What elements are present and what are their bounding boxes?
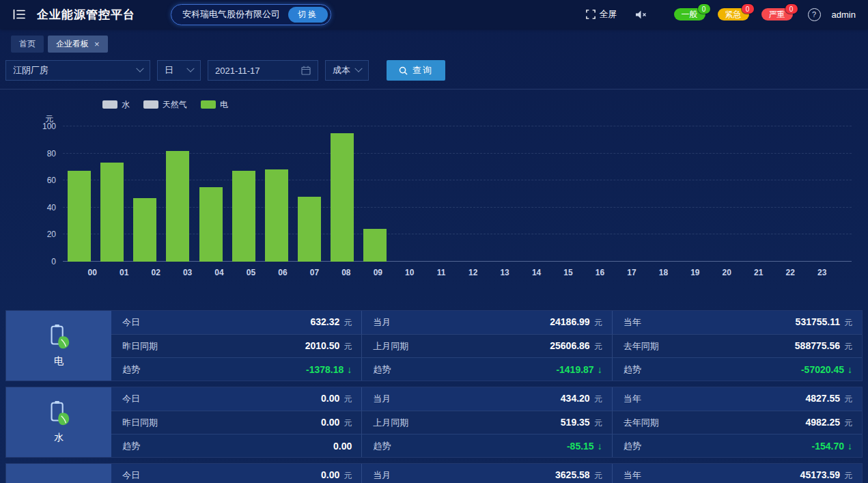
legend-label: 天然气 — [163, 99, 187, 111]
energy-cost-chart: 水天然气电 元 020406080100 0001020304050607080… — [14, 99, 854, 277]
x-tick-label: 00 — [76, 268, 108, 277]
bar-08 — [331, 133, 354, 262]
header-right: 全屏 一般0紧急0严重0 ? admin — [586, 8, 856, 21]
fullscreen-label: 全屏 — [600, 8, 617, 20]
tab-home[interactable]: 首页 — [11, 36, 44, 53]
stat-cell-value-wrap: 4827.55元 — [805, 393, 852, 405]
stat-cell: 当月434.20元 — [361, 387, 611, 411]
stat-cell-value: 434.20 — [561, 393, 590, 404]
stat-cell-value-wrap: 434.20元 — [561, 393, 602, 405]
unit-label: 元 — [344, 417, 352, 429]
stat-cell-value: -1378.18 — [306, 364, 344, 375]
stat-cell-value-wrap: 2010.50元 — [305, 340, 352, 353]
stat-cell-label: 趋势 — [373, 440, 391, 452]
stat-cell-value-wrap: 632.32元 — [311, 316, 352, 329]
legend-swatch — [102, 100, 117, 109]
trend-down-arrow-icon: ↓ — [347, 364, 352, 375]
stat-cell-label: 趋势 — [373, 363, 391, 376]
top-header: 企业能源管控平台 安科瑞电气股份有限公司 切换 全屏 一般0紧急0严重0 ? a… — [0, 0, 868, 29]
stat-cell: 昨日同期0.00元 — [111, 411, 361, 434]
alarm-button-critical[interactable]: 严重0 — [761, 8, 793, 20]
username[interactable]: admin — [832, 10, 856, 20]
stat-cell: 去年同期588775.56元 — [612, 334, 862, 357]
search-icon — [399, 66, 408, 75]
stat-cell-value-wrap: 4982.25元 — [805, 417, 852, 429]
bar-column-07 — [293, 126, 326, 262]
stat-cell-label: 上月同期 — [373, 340, 408, 353]
unit-label: 元 — [344, 394, 352, 405]
stat-cell-value-wrap: 0.00元 — [321, 469, 352, 482]
mute-icon[interactable] — [635, 10, 647, 20]
x-tick-label: 15 — [552, 268, 584, 277]
unit-label: 元 — [344, 317, 352, 329]
tab-dashboard[interactable]: 企业看板× — [48, 36, 108, 53]
stat-cell-value: 531755.11 — [796, 316, 840, 327]
bar-column-21 — [753, 126, 786, 262]
help-icon[interactable]: ? — [808, 8, 821, 21]
stat-cell-value: -154.70 — [812, 441, 844, 452]
plot-area: 020406080100 — [63, 126, 852, 262]
legend-item-电[interactable]: 电 — [201, 99, 228, 111]
stat-cell: 趋势-1378.18↓ — [111, 357, 361, 381]
stat-cell: 昨日同期2010.50元 — [111, 334, 361, 357]
stat-card-electricity: 电今日632.32元当月24186.99元当年531755.11元昨日同期201… — [5, 310, 863, 381]
date-picker[interactable]: 2021-11-17 — [208, 60, 318, 81]
app-root: 企业能源管控平台 安科瑞电气股份有限公司 切换 全屏 一般0紧急0严重0 ? a… — [0, 0, 868, 483]
chart-legend: 水天然气电 — [102, 99, 854, 110]
y-tick-label: 60 — [47, 176, 56, 185]
bar-column-08 — [326, 126, 359, 262]
stat-cell: 趋势-154.70↓ — [612, 434, 862, 457]
x-tick-label: 09 — [362, 268, 393, 277]
stat-cell-value: 0.00 — [321, 393, 339, 404]
alarm-count-badge: 0 — [742, 4, 754, 14]
unit-label: 元 — [594, 470, 602, 482]
stat-cell-value: 519.35 — [561, 417, 590, 428]
stat-cell-label: 当月 — [373, 393, 391, 405]
x-tick-label: 19 — [680, 268, 711, 277]
stat-cell-value: 3625.58 — [555, 469, 590, 480]
query-button-label: 查询 — [412, 64, 433, 77]
bar-column-15 — [556, 126, 589, 262]
stat-cell: 趋势-85.15↓ — [361, 434, 611, 457]
filter-bar: 江阴厂房 日 2021-11-17 成本 查询 — [0, 53, 868, 89]
bar-column-17 — [621, 126, 654, 262]
alarm-button-urgent[interactable]: 紧急0 — [718, 8, 749, 20]
stat-cell-value: -1419.87 — [556, 364, 593, 375]
stat-cell: 趋势0.00 — [111, 434, 361, 457]
bar-column-01 — [96, 126, 128, 262]
stat-cell: 今日632.32元 — [111, 311, 361, 334]
site-select[interactable]: 江阴厂房 — [5, 60, 150, 81]
fullscreen-button[interactable]: 全屏 — [586, 8, 617, 20]
menu-toggle-icon[interactable] — [12, 8, 26, 20]
stat-cell-label: 当年 — [624, 316, 641, 329]
x-tick-label: 11 — [425, 268, 457, 277]
stat-cell-label: 当月 — [373, 316, 391, 329]
tab-close-icon[interactable]: × — [94, 40, 100, 49]
stat-cell-label: 趋势 — [122, 440, 140, 452]
unit-label: 元 — [594, 317, 602, 329]
y-tick-label: 0 — [51, 257, 56, 266]
company-selector[interactable]: 安科瑞电气股份有限公司 切换 — [171, 4, 331, 25]
tab-label: 首页 — [19, 38, 36, 50]
query-button[interactable]: 查询 — [387, 60, 445, 81]
switch-company-button[interactable]: 切换 — [288, 7, 328, 23]
legend-label: 水 — [122, 99, 130, 111]
stat-cell-value-wrap: 45173.59元 — [800, 469, 852, 482]
stat-cell: 当月3625.58元 — [361, 464, 611, 483]
chevron-down-icon — [186, 65, 194, 72]
trend-down-arrow-icon: ↓ — [848, 364, 852, 375]
stat-cell-label: 去年同期 — [624, 340, 659, 353]
x-tick-label: 18 — [647, 268, 679, 277]
legend-item-天然气[interactable]: 天然气 — [143, 99, 187, 111]
stat-cell: 当年45173.59元 — [612, 464, 862, 483]
metric-select[interactable]: 成本 — [325, 60, 369, 81]
stat-cell: 当年531755.11元 — [612, 311, 862, 334]
y-tick-label: 80 — [47, 149, 56, 158]
chevron-down-icon — [354, 65, 362, 72]
unit-label: 元 — [344, 341, 352, 353]
legend-item-水[interactable]: 水 — [102, 99, 130, 111]
alarm-button-normal[interactable]: 一般0 — [674, 8, 705, 20]
stat-card-label: 水 — [54, 432, 64, 444]
stat-cell-label: 昨日同期 — [122, 340, 158, 353]
period-select[interactable]: 日 — [157, 60, 201, 81]
